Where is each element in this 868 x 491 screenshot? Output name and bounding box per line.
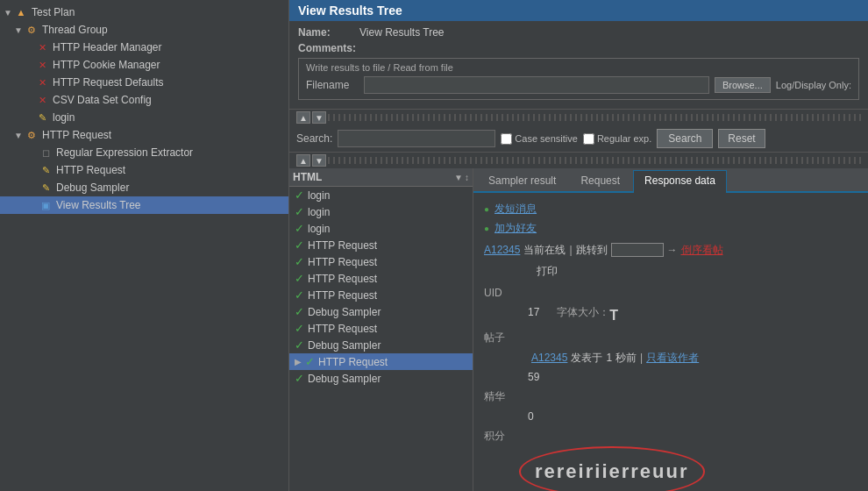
list-item[interactable]: ✓ HTTP Request xyxy=(289,320,473,337)
list-item[interactable]: ✓ HTTP Request xyxy=(289,253,473,270)
uid-spacer xyxy=(484,303,528,327)
essence-row: 精华 xyxy=(484,388,857,405)
post-count: 59 xyxy=(528,368,539,386)
panel-config: Name: View Results Tree Comments: Write … xyxy=(289,21,868,110)
green-check-icon: ✓ xyxy=(295,205,304,218)
list-item[interactable]: ✓ HTTP Request xyxy=(289,287,473,303)
sidebar-item-thread-group[interactable]: ▼ ⚙ Thread Group xyxy=(0,21,288,39)
sidebar-item-http-request-child[interactable]: ✎ HTTP Request xyxy=(0,161,288,179)
pipe-sep: | xyxy=(640,349,643,366)
list-panel: HTML ▼ ↕ ✓ login ✓ login ✓ login xyxy=(289,168,473,491)
sidebar-label-debug-sampler-1: Debug Sampler xyxy=(56,181,129,194)
only-author-link[interactable]: 只看该作者 xyxy=(646,349,699,366)
exp-blank3 xyxy=(25,78,35,88)
exp-blank8 xyxy=(28,183,39,193)
drag-handle-middle[interactable] xyxy=(328,157,861,164)
sidebar-label-thread-group: Thread Group xyxy=(42,24,108,36)
up-arrow-btn2[interactable]: ▲ xyxy=(296,154,310,167)
list-item[interactable]: ✓ login xyxy=(289,203,473,220)
list-item-selected[interactable]: ▶ ✓ HTTP Request xyxy=(289,353,473,370)
exp-blank6 xyxy=(28,148,39,158)
sidebar-label-http-req: HTTP Request xyxy=(42,129,111,141)
search-button[interactable]: Search xyxy=(657,129,713,148)
comments-row: Comments: xyxy=(298,42,859,54)
sidebar: ▼ ▲ Test Plan ▼ ⚙ Thread Group ✕ HTTP He… xyxy=(0,0,289,491)
green-check-icon: ✓ xyxy=(295,238,304,252)
http-req-defaults-icon: ✕ xyxy=(35,75,49,89)
tab-response-data[interactable]: Response data xyxy=(633,170,727,193)
scroll-arrows-row2: ▲ ▼ xyxy=(289,153,868,168)
expand-arrow-thread[interactable]: ▼ xyxy=(14,25,25,35)
vertical-bar-1: | xyxy=(569,241,572,259)
sidebar-item-http-request-defaults[interactable]: ✕ HTTP Request Defaults xyxy=(0,74,288,91)
list-item[interactable]: ✓ Debug Sampler xyxy=(289,303,473,320)
reset-button[interactable]: Reset xyxy=(718,129,765,148)
send-message-link[interactable]: 发短消息 xyxy=(494,200,537,217)
sidebar-item-view-results-tree[interactable]: ▣ View Results Tree xyxy=(0,196,288,214)
tab-sampler-result[interactable]: Sampler result xyxy=(477,170,567,191)
sidebar-item-http-request-parent[interactable]: ▼ ⚙ HTTP Request xyxy=(0,126,288,144)
post-count-row: 59 xyxy=(484,368,857,386)
list-header-sort[interactable]: ↕ xyxy=(465,173,469,182)
test-plan-icon: ▲ xyxy=(14,5,28,19)
down-arrow-btn2[interactable]: ▼ xyxy=(312,154,326,167)
bullet-dot-1: ● xyxy=(484,202,489,217)
essence-label: 精华 xyxy=(484,388,528,405)
up-arrow-btn[interactable]: ▲ xyxy=(296,111,310,124)
regular-exp-label[interactable]: Regular exp. xyxy=(583,133,651,145)
sidebar-label-view-results: View Results Tree xyxy=(56,199,141,211)
sidebar-item-login[interactable]: ✎ login xyxy=(0,109,288,126)
list-header-text: HTML xyxy=(293,171,454,183)
exp-blank4 xyxy=(25,96,35,105)
down-arrow-btn[interactable]: ▼ xyxy=(312,111,326,124)
reverse-post-link[interactable]: 倒序看帖 xyxy=(681,241,723,259)
list-item[interactable]: ✓ login xyxy=(289,187,473,203)
response-body: ● 发短消息 ● 加为好友 A12345 当前在线 | 跳转到 → xyxy=(484,200,857,491)
regular-exp-checkbox[interactable] xyxy=(583,133,594,145)
list-item[interactable]: ✓ Debug Sampler xyxy=(289,370,473,387)
uid-value-row: 17 字体大小： T xyxy=(484,303,857,327)
font-size-big-t: T xyxy=(609,303,618,327)
list-item-label: login xyxy=(308,206,330,218)
list-item[interactable]: ✓ HTTP Request xyxy=(289,270,473,287)
sidebar-item-csv[interactable]: ✕ CSV Data Set Config xyxy=(0,91,288,109)
essence-value: 0 xyxy=(528,408,534,425)
print-text: 打印 xyxy=(537,262,558,280)
sidebar-item-http-header[interactable]: ✕ HTTP Header Manager xyxy=(0,39,288,56)
sidebar-item-debug-sampler-1[interactable]: ✎ Debug Sampler xyxy=(0,179,288,196)
sidebar-item-http-cookie[interactable]: ✕ HTTP Cookie Manager xyxy=(0,56,288,74)
case-sensitive-checkbox[interactable] xyxy=(501,133,512,145)
drag-handle-top[interactable] xyxy=(328,114,861,121)
essence-value-row: 0 xyxy=(484,408,857,425)
case-sensitive-label[interactable]: Case sensitive xyxy=(501,133,578,145)
comments-label: Comments: xyxy=(298,42,359,54)
sidebar-item-regex[interactable]: ◻ Regular Expression Extractor xyxy=(0,144,288,161)
tab-request[interactable]: Request xyxy=(569,170,631,191)
green-check-icon: ✓ xyxy=(295,338,304,352)
post-user-link[interactable]: A12345 xyxy=(531,349,567,366)
green-check-icon: ✓ xyxy=(305,355,315,368)
http-header-icon: ✕ xyxy=(35,40,49,54)
expand-arrow[interactable]: ▼ xyxy=(4,8,14,18)
list-item-label: login xyxy=(308,189,330,202)
user-id-link[interactable]: A12345 xyxy=(484,241,520,259)
list-header-dropdown[interactable]: ▼ xyxy=(454,173,463,182)
http-req-icon: ⚙ xyxy=(25,128,39,142)
browse-button[interactable]: Browse... xyxy=(715,77,771,93)
green-check-icon: ✓ xyxy=(295,288,304,302)
filename-input[interactable] xyxy=(364,76,709,94)
large-text-container: rereiriierreuur xyxy=(484,446,857,491)
sidebar-label-http-req-defaults: HTTP Request Defaults xyxy=(53,76,164,89)
sidebar-item-test-plan[interactable]: ▼ ▲ Test Plan xyxy=(0,4,288,21)
list-item[interactable]: ✓ login xyxy=(289,220,473,237)
write-results-title: Write results to file / Read from file xyxy=(306,62,851,73)
add-friend-link[interactable]: 加为好友 xyxy=(494,219,537,237)
jump-input[interactable] xyxy=(611,243,664,257)
exp-blank xyxy=(25,43,35,53)
expand-arrow-http-req[interactable]: ▼ xyxy=(14,131,25,140)
search-input[interactable] xyxy=(338,130,495,147)
bullet-dot-2: ● xyxy=(484,221,489,236)
list-item[interactable]: ✓ Debug Sampler xyxy=(289,337,473,353)
list-item[interactable]: ✓ HTTP Request xyxy=(289,237,473,253)
list-header: HTML ▼ ↕ xyxy=(289,168,473,187)
